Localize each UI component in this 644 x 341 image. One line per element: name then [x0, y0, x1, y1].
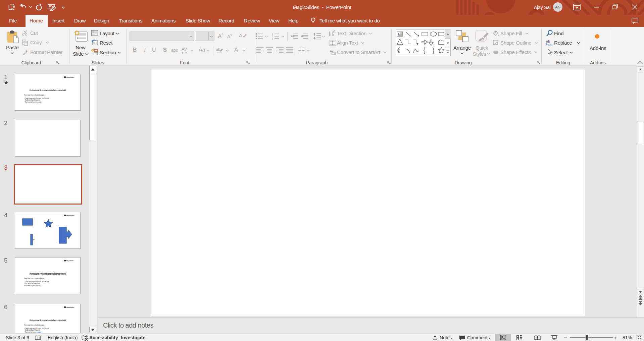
svg-text:Never start from a blank slide: Never start from a blank slide again. [24, 94, 45, 96]
svg-text:- Create presentation from tex: - Create presentation from text, YouTube… [24, 328, 49, 329]
svg-text:Professional Presentations in: Professional Presentations in Seconds wi… [30, 89, 66, 92]
svg-text:A: A [398, 32, 400, 36]
svg-text:ab: ab [216, 47, 220, 51]
svg-text:- Create presentation from tex: - Create presentation from text, YouTube… [24, 98, 49, 99]
svg-text:- No Credit Card Required: - No Credit Card Required [24, 99, 40, 101]
svg-text:- No need to learn new tool: - No need to learn new tool [24, 285, 41, 286]
svg-text:- No need to learn new tool: - No need to learn new tool [24, 331, 41, 333]
svg-text:- No need to learn new tool: - No need to learn new tool [24, 101, 41, 103]
svg-text:MagicSlides: MagicSlides [66, 76, 75, 78]
svg-text:A: A [333, 30, 336, 34]
svg-text:MagicSlides: MagicSlides [66, 260, 75, 262]
svg-text:c: c [550, 43, 552, 46]
svg-text:MagicSlides: MagicSlides [66, 215, 75, 216]
svg-text:Professional Presentations in: Professional Presentations in Seconds wi… [30, 273, 66, 275]
svg-text:Never start from a blank slide: Never start from a blank slide again. [24, 277, 45, 279]
svg-text:- No Credit Card Required: - No Credit Card Required [24, 283, 40, 284]
svg-text:- No Credit Card Required: - No Credit Card Required [24, 329, 40, 331]
svg-text:1: 1 [272, 33, 273, 35]
svg-text:Professional Presentations in: Professional Presentations in Seconds wi… [30, 319, 66, 322]
svg-text:2: 2 [272, 35, 273, 38]
svg-text:MagicSlides: MagicSlides [66, 306, 75, 308]
svg-text:- Create presentation from tex: - Create presentation from text, YouTube… [24, 281, 49, 283]
svg-text:3: 3 [272, 38, 273, 40]
svg-text:Never start from a blank slide: Never start from a blank slide again. [24, 324, 45, 326]
